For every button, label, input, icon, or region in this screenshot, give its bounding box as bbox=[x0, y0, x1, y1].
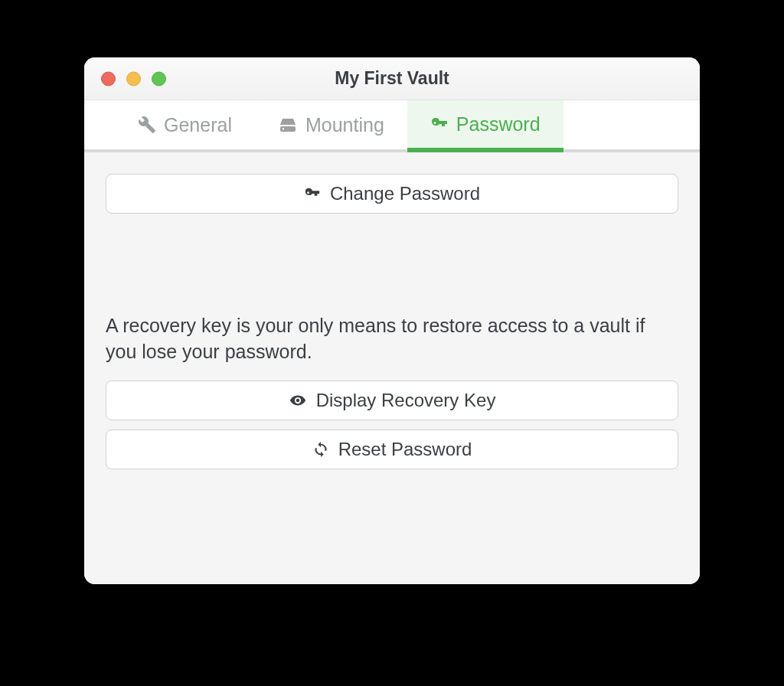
window-title: My First Vault bbox=[335, 68, 449, 89]
tab-password[interactable]: Password bbox=[407, 100, 564, 152]
key-icon bbox=[304, 185, 321, 202]
tab-content-password: Change Password A recovery key is your o… bbox=[84, 152, 700, 584]
minimize-button[interactable] bbox=[126, 71, 141, 86]
tab-password-label: Password bbox=[456, 113, 541, 136]
window-controls bbox=[101, 71, 166, 86]
key-icon bbox=[430, 115, 449, 133]
tab-mounting[interactable]: Mounting bbox=[255, 100, 407, 152]
display-recovery-key-button[interactable]: Display Recovery Key bbox=[106, 381, 678, 420]
tab-mounting-label: Mounting bbox=[305, 114, 384, 136]
app-window: My First Vault General Mounting Password bbox=[84, 57, 700, 584]
maximize-button[interactable] bbox=[152, 71, 166, 86]
refresh-icon bbox=[312, 441, 329, 458]
display-recovery-label: Display Recovery Key bbox=[316, 390, 496, 411]
reset-password-label: Reset Password bbox=[338, 439, 472, 460]
recovery-description: A recovery key is your only means to res… bbox=[106, 313, 678, 365]
tab-general-label: General bbox=[164, 114, 232, 136]
tab-bar: General Mounting Password bbox=[84, 100, 700, 152]
eye-icon bbox=[289, 392, 307, 409]
drive-icon bbox=[278, 116, 298, 134]
change-password-button[interactable]: Change Password bbox=[106, 174, 678, 214]
tab-general[interactable]: General bbox=[115, 100, 255, 152]
change-password-label: Change Password bbox=[330, 183, 480, 204]
close-button[interactable] bbox=[101, 71, 116, 86]
wrench-icon bbox=[138, 116, 156, 134]
reset-password-button[interactable]: Reset Password bbox=[106, 430, 678, 469]
titlebar: My First Vault bbox=[84, 57, 700, 100]
